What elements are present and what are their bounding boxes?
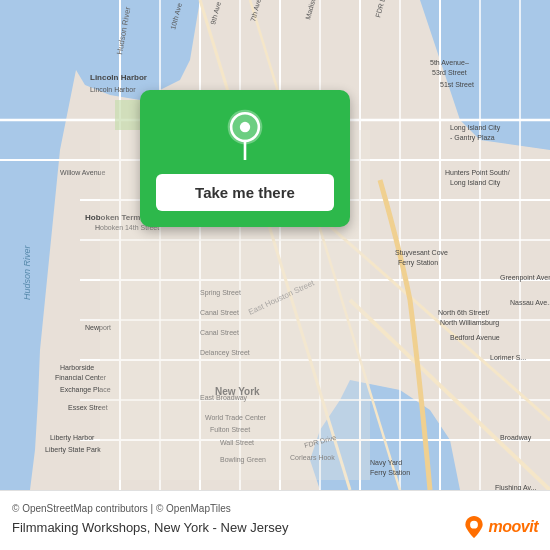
- svg-text:Nassau Ave...: Nassau Ave...: [510, 299, 550, 306]
- bottom-info: Filmmaking Workshops, New York - New Jer…: [12, 516, 538, 538]
- svg-text:Broadway: Broadway: [500, 434, 532, 442]
- svg-text:Ferry Station: Ferry Station: [398, 259, 438, 267]
- svg-text:- Gantry Plaza: - Gantry Plaza: [450, 134, 495, 142]
- svg-text:Willow Avenue: Willow Avenue: [60, 169, 106, 176]
- svg-text:Financial Center: Financial Center: [55, 374, 107, 381]
- moovit-logo: moovit: [463, 516, 538, 538]
- svg-text:Greenpoint Aven...: Greenpoint Aven...: [500, 274, 550, 282]
- svg-text:Lorimer S...: Lorimer S...: [490, 354, 526, 361]
- svg-text:Hunters Point South/: Hunters Point South/: [445, 169, 510, 176]
- svg-text:Long Island City: Long Island City: [450, 179, 501, 187]
- location-card: Take me there: [140, 90, 350, 227]
- moovit-pin-icon: [463, 516, 485, 538]
- svg-text:North Williamsburg: North Williamsburg: [440, 319, 499, 327]
- take-me-there-button[interactable]: Take me there: [156, 174, 334, 211]
- svg-text:Liberty Harbor: Liberty Harbor: [50, 434, 95, 442]
- svg-text:Liberty State Park: Liberty State Park: [45, 446, 101, 454]
- svg-text:Stuyvesant Cove: Stuyvesant Cove: [395, 249, 448, 257]
- location-label: Filmmaking Workshops, New York - New Jer…: [12, 520, 288, 535]
- svg-point-82: [470, 521, 478, 529]
- svg-text:Ferry Station: Ferry Station: [370, 469, 410, 477]
- map-attribution: © OpenStreetMap contributors | © OpenMap…: [12, 503, 538, 514]
- svg-text:Lincoln Harbor: Lincoln Harbor: [90, 73, 147, 82]
- svg-text:5th Avenue–: 5th Avenue–: [430, 59, 469, 66]
- svg-text:53rd Street: 53rd Street: [432, 69, 467, 76]
- map-container: Hudson River 10th Ave 9th Ave 7th Ave Ma…: [0, 0, 550, 490]
- svg-text:51st Street: 51st Street: [440, 81, 474, 88]
- svg-point-81: [240, 122, 250, 132]
- svg-text:Flushing Av...: Flushing Av...: [495, 484, 536, 490]
- svg-text:Hudson River: Hudson River: [22, 244, 32, 300]
- moovit-brand-text: moovit: [489, 518, 538, 536]
- svg-text:Harborside: Harborside: [60, 364, 94, 371]
- svg-text:Navy Yard: Navy Yard: [370, 459, 402, 467]
- map-background: Hudson River 10th Ave 9th Ave 7th Ave Ma…: [0, 0, 550, 490]
- bottom-bar: © OpenStreetMap contributors | © OpenMap…: [0, 490, 550, 550]
- svg-text:Lincoln Harbor: Lincoln Harbor: [90, 86, 136, 93]
- svg-text:Long Island City: Long Island City: [450, 124, 501, 132]
- svg-text:North 6th Street/: North 6th Street/: [438, 309, 489, 316]
- map-pin-icon: [219, 108, 271, 160]
- svg-text:Bedford Avenue: Bedford Avenue: [450, 334, 500, 341]
